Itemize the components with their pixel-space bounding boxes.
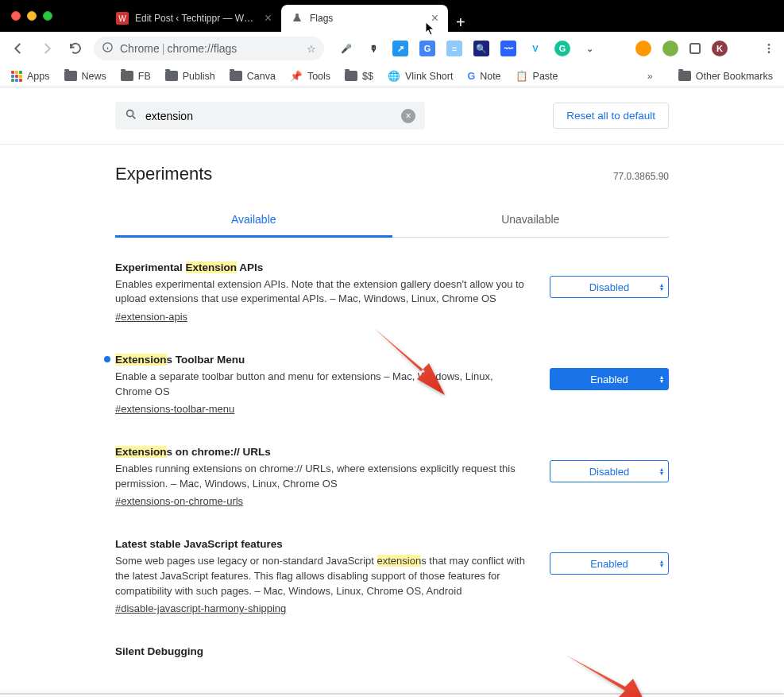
flag-item: Extensions Toolbar Menu Enable a separat…: [115, 352, 669, 417]
new-tab-button[interactable]: +: [456, 14, 465, 32]
bookmark-label: Apps: [27, 71, 50, 82]
relaunch-bar: Your changes will take effect the next t…: [0, 694, 784, 697]
pin-icon: 📌: [290, 70, 303, 82]
ext-icon-search[interactable]: 🔍: [473, 41, 489, 56]
bookmark-folder-canva[interactable]: Canva: [230, 71, 276, 82]
bookmark-star-icon[interactable]: ☆: [307, 43, 316, 55]
ext-icon-drive[interactable]: ▲: [608, 41, 624, 56]
bookmark-overflow-icon[interactable]: »: [647, 71, 653, 82]
window-maximize-button[interactable]: [43, 11, 52, 21]
folder-icon: [345, 71, 357, 81]
google-icon: G: [467, 71, 475, 82]
bookmark-folder-tools[interactable]: 📌Tools: [290, 70, 330, 82]
ext-icon-doc[interactable]: ≡: [446, 41, 462, 56]
ext-icon-translate[interactable]: G: [419, 41, 435, 56]
mic-icon[interactable]: 🎤: [338, 41, 354, 56]
flag-description: Enables running extensions on chrome:// …: [115, 462, 526, 492]
bookmark-folder-fb[interactable]: FB: [121, 71, 151, 82]
tab-title: Edit Post ‹ Techtippr — WordP: [135, 13, 258, 24]
ext-icon-orange[interactable]: [635, 41, 651, 56]
svg-point-1: [768, 44, 770, 46]
apps-shortcut[interactable]: Apps: [11, 71, 50, 82]
bookmark-label: News: [82, 71, 106, 82]
bookmark-folder-money[interactable]: $$: [345, 71, 373, 82]
browser-toolbar: Chrome|chrome://flags ☆ 🎤 🎙 ↗ G ≡ 🔍 〰 V …: [0, 32, 784, 65]
search-input[interactable]: [145, 110, 393, 122]
reset-all-button[interactable]: Reset all to default: [553, 103, 669, 129]
svg-point-4: [127, 110, 133, 117]
site-info-icon[interactable]: [102, 41, 114, 56]
chevron-updown-icon: ▴▾: [660, 467, 663, 475]
browser-tab-inactive[interactable]: W Edit Post ‹ Techtippr — WordP ×: [106, 5, 281, 32]
tab-available[interactable]: Available: [115, 203, 392, 238]
ext-icon-k[interactable]: K: [712, 41, 728, 56]
bookmark-folder-news[interactable]: News: [64, 71, 106, 82]
flag-permalink[interactable]: #disable-javascript-harmony-shipping: [115, 602, 286, 614]
chevron-updown-icon: ▴▾: [660, 283, 663, 291]
modified-dot-icon: [104, 356, 110, 362]
ext-icon-frame[interactable]: [689, 43, 701, 54]
bookmark-label: FB: [138, 71, 151, 82]
flag-description: Some web pages use legacy or non-standar…: [115, 554, 526, 599]
bookmark-folder-publish[interactable]: Publish: [165, 71, 215, 82]
chevron-updown-icon: ▴▾: [660, 560, 663, 567]
reload-button[interactable]: [65, 38, 86, 59]
bookmark-label: $$: [362, 71, 373, 82]
address-bar[interactable]: Chrome|chrome://flags ☆: [94, 37, 324, 60]
bookmarks-bar: Apps News FB Publish Canva 📌Tools $$ 🌐Vl…: [0, 65, 784, 87]
menu-button[interactable]: [759, 39, 778, 58]
ext-icon-green[interactable]: [662, 41, 678, 56]
bookmark-vlink[interactable]: 🌐Vlink Short: [388, 70, 453, 82]
flag-select[interactable]: Disabled▴▾: [550, 460, 669, 482]
flag-title: Latest stable JavaScript features: [115, 536, 526, 552]
page-title: Experiments: [115, 164, 212, 184]
chrome-version: 77.0.3865.90: [613, 171, 669, 182]
flag-title: Extensions Toolbar Menu: [115, 352, 526, 368]
flag-description: Enable a separate toolbar button and men…: [115, 370, 526, 400]
window-minimize-button[interactable]: [27, 11, 37, 21]
tab-strip: W Edit Post ‹ Techtippr — WordP × Flags …: [106, 0, 465, 32]
ext-icon-blue1[interactable]: ↗: [392, 41, 408, 56]
ext-icon-grammarly[interactable]: G: [554, 41, 570, 56]
flag-select[interactable]: Disabled▴▾: [550, 276, 669, 298]
flag-item: Latest stable JavaScript features Some w…: [115, 536, 669, 617]
extension-icons-row: 🎤 🎙 ↗ G ≡ 🔍 〰 V G ⌄ ▲ K: [338, 41, 728, 56]
traffic-lights: [11, 11, 52, 21]
address-text: Chrome|chrome://flags: [120, 42, 237, 55]
ext-icon-gt[interactable]: V: [527, 41, 543, 56]
flag-title: Extensions on chrome:// URLs: [115, 444, 526, 460]
apps-icon: [11, 71, 22, 82]
tab-unavailable[interactable]: Unavailable: [392, 203, 670, 237]
flag-item: Silent Debugging: [115, 644, 669, 661]
folder-icon: [121, 71, 133, 81]
folder-icon: [64, 71, 77, 81]
search-icon: [125, 108, 137, 123]
window-close-button[interactable]: [11, 11, 21, 21]
ext-icon-chart[interactable]: 〰: [500, 41, 516, 56]
flag-title: Silent Debugging: [115, 644, 669, 660]
tab-close-icon[interactable]: ×: [431, 11, 438, 25]
other-bookmarks[interactable]: Other Bookmarks: [678, 71, 773, 82]
clear-search-icon[interactable]: ×: [401, 109, 415, 123]
flag-permalink[interactable]: #extension-apis: [115, 311, 187, 323]
flag-item: Experimental Extension APIs Enables expe…: [115, 260, 669, 325]
flag-select[interactable]: Enabled▴▾: [550, 368, 669, 390]
tab-close-icon[interactable]: ×: [265, 11, 272, 25]
flag-select[interactable]: Enabled▴▾: [550, 552, 669, 575]
back-button[interactable]: [8, 38, 29, 59]
bookmark-note[interactable]: GNote: [467, 71, 500, 82]
page-header: Experiments 77.0.3865.90: [115, 164, 669, 184]
flag-title: Experimental Extension APIs: [115, 260, 526, 276]
bookmark-label: Note: [480, 71, 500, 82]
wordpress-icon: W: [116, 12, 129, 25]
browser-tab-active[interactable]: Flags ×: [281, 5, 448, 32]
window-titlebar: W Edit Post ‹ Techtippr — WordP × Flags …: [0, 0, 784, 32]
bookmark-label: Paste: [533, 71, 558, 82]
flags-search-box[interactable]: ×: [115, 102, 425, 130]
bookmark-paste[interactable]: 📋Paste: [516, 70, 558, 82]
flag-permalink[interactable]: #extensions-toolbar-menu: [115, 403, 234, 415]
ext-icon-pocket[interactable]: ⌄: [581, 41, 597, 56]
forward-button[interactable]: [37, 38, 57, 59]
mic2-icon[interactable]: 🎙: [365, 41, 381, 56]
flag-permalink[interactable]: #extensions-on-chrome-urls: [115, 495, 243, 507]
